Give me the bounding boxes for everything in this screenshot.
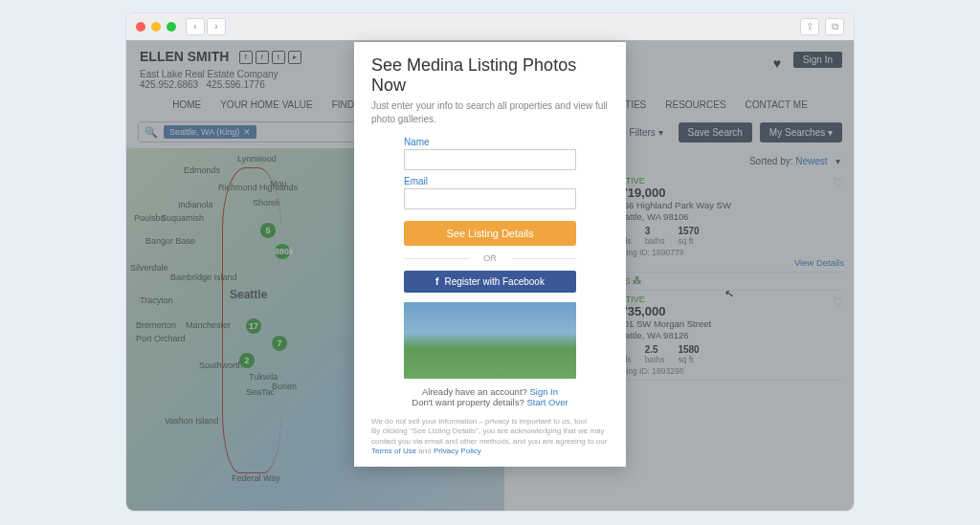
modal-subtitle: Just enter your info to search all prope… <box>371 99 609 125</box>
name-input[interactable] <box>404 149 576 170</box>
name-label: Name <box>404 137 576 147</box>
minimize-dot[interactable] <box>151 22 161 32</box>
forward-button[interactable]: › <box>207 18 226 35</box>
or-divider: OR <box>404 253 576 263</box>
modal-title: See Medina Listing Photos Now <box>371 55 609 96</box>
terms-link[interactable]: Terms of Use <box>371 447 416 455</box>
browser-window: ‹ › ⇪ ⧉ ELLEN SMITH f t t ▸ East Lake Re… <box>126 13 854 511</box>
share-icon[interactable]: ⇪ <box>800 18 819 35</box>
modal-startover-link[interactable]: Start Over <box>526 397 568 407</box>
see-listing-details-button[interactable]: See Listing Details <box>404 221 576 246</box>
modal-preview-image <box>404 302 576 379</box>
tabs-icon[interactable]: ⧉ <box>825 18 844 35</box>
email-label: Email <box>404 176 576 186</box>
privacy-link[interactable]: Privacy Policy <box>434 447 481 455</box>
facebook-icon: f <box>435 276 438 287</box>
modal-signin-link[interactable]: Sign In <box>529 386 558 397</box>
close-dot[interactable] <box>136 22 145 32</box>
window-controls[interactable] <box>136 22 176 32</box>
modal-links: Already have an account? Sign In Don't w… <box>404 386 576 407</box>
lead-capture-modal: See Medina Listing Photos Now Just enter… <box>354 42 626 467</box>
zoom-dot[interactable] <box>167 22 176 32</box>
email-input[interactable] <box>404 188 576 209</box>
register-facebook-button[interactable]: f Register with Facebook <box>404 271 576 293</box>
titlebar: ‹ › ⇪ ⧉ <box>126 13 854 40</box>
modal-legal: We do not sell your information – privac… <box>371 417 609 457</box>
back-button[interactable]: ‹ <box>186 18 205 35</box>
